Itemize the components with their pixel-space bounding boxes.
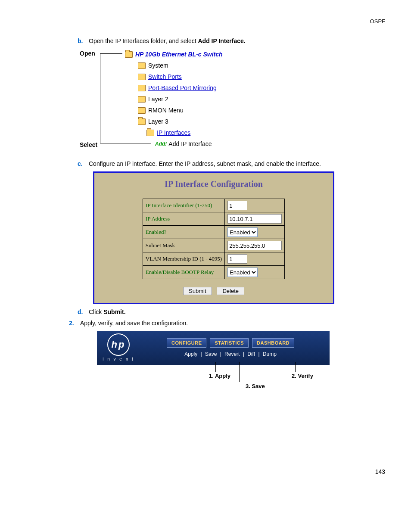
- tree-open-label: Open: [80, 50, 95, 57]
- add-icon: Add!: [155, 141, 167, 147]
- section-header: OSPF: [26, 18, 385, 25]
- config-label: Enable/Disable BOOTP Relay: [143, 266, 224, 279]
- tree-item[interactable]: System: [103, 60, 385, 71]
- hp-link[interactable]: Revert: [224, 351, 240, 357]
- config-input[interactable]: [227, 254, 247, 264]
- step-b-marker: b.: [78, 37, 85, 44]
- annot-verify: 2. Verify: [292, 373, 313, 379]
- hp-logo: hp i n v e n t: [101, 333, 136, 361]
- config-row: Enable/Disable BOOTP RelayEnabled: [143, 266, 284, 279]
- step-b: b. Open the IP Interfaces folder, and se…: [26, 37, 385, 44]
- separator: |: [218, 351, 223, 357]
- step-d: d. Click Submit.: [26, 308, 385, 315]
- ip-interface-config-panel: IP Interface Configuration IP Interface …: [93, 171, 334, 304]
- hp-logo-icon: hp: [107, 333, 130, 356]
- tree-item[interactable]: Port-Based Port Mirroring: [103, 82, 385, 93]
- step-2-text: Apply, verify, and save the configuratio…: [80, 320, 188, 327]
- folder-icon: [138, 107, 146, 114]
- config-label: IP Address: [143, 212, 224, 226]
- tree-root[interactable]: HP 10Gb Ethernet BL-c Switch: [103, 49, 385, 60]
- config-value-cell: [225, 212, 285, 226]
- config-input[interactable]: [227, 201, 247, 210]
- folder-open-icon: [146, 130, 154, 136]
- annot-apply: 1. Apply: [209, 373, 230, 379]
- submit-button[interactable]: Submit: [183, 287, 212, 295]
- tree-item[interactable]: Switch Ports: [103, 71, 385, 82]
- step-2-marker: 2.: [69, 320, 77, 327]
- tree-add-ip-interface[interactable]: Add! Add IP Interface: [103, 138, 385, 149]
- config-row: VLAN Membership ID (1 - 4095): [143, 252, 284, 266]
- step-d-marker: d.: [78, 308, 85, 315]
- hp-link[interactable]: Dump: [263, 351, 277, 357]
- nav-tree: Open Select HP 10Gb Ethernet BL-c Switch…: [103, 49, 385, 149]
- config-label: IP Interface Identifier (1-250): [143, 199, 224, 212]
- config-select[interactable]: Enabled: [227, 227, 258, 237]
- config-row: Enabled?Enabled: [143, 226, 284, 239]
- config-label: VLAN Membership ID (1 - 4095): [143, 252, 224, 266]
- config-row: IP Address: [143, 212, 284, 226]
- tree-item-label: RMON Menu: [148, 107, 184, 114]
- tree-item-label: Layer 2: [148, 96, 168, 103]
- tree-item-label: Layer 3: [148, 118, 168, 125]
- step-b-bold: Add IP Interface.: [198, 37, 245, 44]
- config-value-cell: [225, 252, 285, 266]
- config-input[interactable]: [227, 214, 282, 224]
- tree-root-label[interactable]: HP 10Gb Ethernet BL-c Switch: [135, 51, 223, 58]
- separator: |: [257, 351, 261, 357]
- separator: |: [199, 351, 203, 357]
- config-value-cell: [225, 199, 285, 212]
- folder-open-icon: [125, 51, 133, 58]
- config-table: IP Interface Identifier (1-250)IP Addres…: [143, 199, 285, 279]
- config-label: Enabled?: [143, 226, 224, 239]
- config-value-cell: [225, 239, 285, 252]
- hp-link[interactable]: Apply: [184, 351, 197, 357]
- tree-item[interactable]: Layer 2: [103, 93, 385, 105]
- page-number: 143: [26, 468, 385, 475]
- annot-save: 3. Save: [246, 383, 265, 389]
- hp-logo-sub: i n v e n t: [101, 357, 136, 361]
- step-c: c. Configure an IP interface. Enter the …: [26, 160, 385, 167]
- folder-icon: [138, 118, 146, 125]
- folder-icon: [138, 96, 146, 103]
- separator: |: [241, 351, 246, 357]
- folder-icon: [138, 74, 146, 80]
- hp-tabs: CONFIGURESTATISTICSDASHBOARD: [136, 338, 325, 348]
- tree-item[interactable]: RMON Menu: [103, 105, 385, 116]
- tree-sub-label[interactable]: IP Interfaces: [157, 129, 190, 136]
- config-input[interactable]: [227, 241, 282, 250]
- toolbar-annotations: 1. Apply 2. Verify 3. Save: [97, 365, 330, 391]
- delete-button[interactable]: Delete: [217, 287, 244, 295]
- config-title: IP Interface Configuration: [103, 179, 324, 189]
- step-d-bold: Submit.: [103, 308, 125, 315]
- step-b-text: Open the IP Interfaces folder, and selec…: [89, 37, 246, 44]
- hp-tab[interactable]: STATISTICS: [210, 338, 249, 348]
- step-2: 2. Apply, verify, and save the configura…: [26, 320, 385, 327]
- tree-item[interactable]: Layer 3: [103, 116, 385, 127]
- config-label: Subnet Mask: [143, 239, 224, 252]
- hp-link[interactable]: Diff: [247, 351, 255, 357]
- tree-item-label[interactable]: Switch Ports: [148, 73, 182, 80]
- hp-toolbar: hp i n v e n t CONFIGURESTATISTICSDASHBO…: [97, 331, 330, 365]
- step-d-text: Click Submit.: [89, 308, 126, 315]
- tree-sub-ip-interfaces[interactable]: IP Interfaces: [103, 127, 385, 138]
- step-c-marker: c.: [78, 160, 85, 167]
- hp-links: Apply | Save | Revert | Diff | Dump: [136, 351, 325, 357]
- config-row: Subnet Mask: [143, 239, 284, 252]
- tree-item-label[interactable]: Port-Based Port Mirroring: [148, 84, 217, 91]
- config-value-cell: Enabled: [225, 226, 285, 239]
- config-row: IP Interface Identifier (1-250): [143, 199, 284, 212]
- folder-icon: [138, 62, 146, 69]
- step-c-text: Configure an IP interface. Enter the IP …: [89, 160, 321, 167]
- tree-add-label[interactable]: Add IP Interface: [168, 140, 212, 147]
- folder-icon: [138, 85, 146, 91]
- hp-tab[interactable]: CONFIGURE: [167, 338, 207, 348]
- config-select[interactable]: Enabled: [227, 268, 258, 277]
- hp-tab[interactable]: DASHBOARD: [252, 338, 294, 348]
- tree-item-label: System: [148, 62, 168, 69]
- tree-select-label: Select: [80, 141, 97, 148]
- hp-link[interactable]: Save: [205, 351, 217, 357]
- config-value-cell: Enabled: [225, 266, 285, 279]
- step-d-pre: Click: [89, 308, 103, 315]
- step-b-pre: Open the IP Interfaces folder, and selec…: [89, 37, 198, 44]
